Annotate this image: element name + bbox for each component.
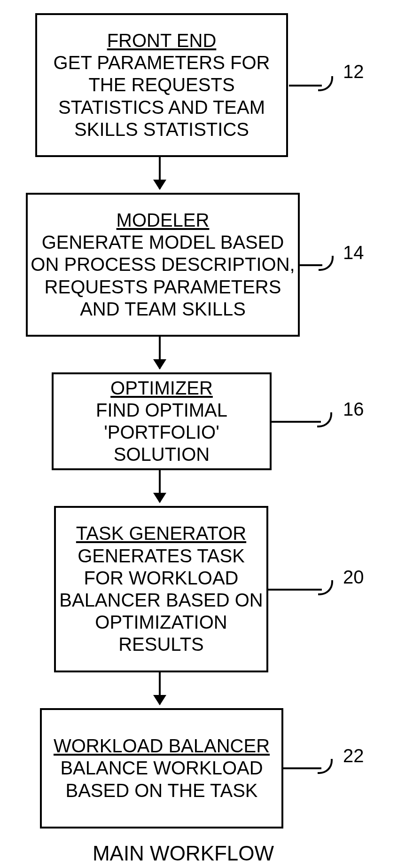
box-modeler: MODELER GENERATE MODEL BASED ON PROCESS … [26, 193, 300, 337]
box-body: GENERATE MODEL BASED ON PROCESS DESCRIPT… [28, 231, 298, 320]
box-front-end: FRONT END GET PARAMETERS FOR THE REQUEST… [35, 13, 288, 157]
leader-line [299, 264, 322, 266]
label-12: 12 [343, 61, 364, 82]
box-optimizer: OPTIMIZER FIND OPTIMAL 'PORTFOLIO' SOLUT… [52, 372, 272, 470]
label-22: 22 [343, 745, 364, 766]
box-body: GET PARAMETERS FOR THE REQUESTS STATISTI… [37, 52, 286, 141]
leader-line [289, 85, 322, 87]
box-heading: WORKLOAD BALANCER [54, 735, 270, 757]
leader-line [272, 421, 321, 423]
box-task-generator: TASK GENERATOR GENERATES TASK FOR WORKLO… [54, 506, 268, 672]
box-body: GENERATES TASK FOR WORKLOAD BALANCER BAS… [56, 545, 266, 656]
arrow [159, 469, 161, 502]
box-heading: TASK GENERATOR [76, 522, 246, 544]
box-workload-balancer: WORKLOAD BALANCER BALANCE WORKLOAD BASED… [40, 708, 283, 829]
workflow-title: MAIN WORKFLOW [42, 842, 324, 865]
label-20: 20 [343, 567, 364, 588]
arrow [159, 336, 161, 369]
box-body: BALANCE WORKLOAD BASED ON THE TASK [42, 757, 281, 801]
leader-line [268, 589, 322, 591]
box-heading: FRONT END [107, 30, 217, 52]
box-heading: MODELER [117, 209, 210, 231]
box-heading: OPTIMIZER [110, 377, 213, 399]
label-16: 16 [343, 399, 364, 420]
arrow [159, 671, 161, 704]
leader-line [283, 767, 321, 769]
flowchart: FRONT END GET PARAMETERS FOR THE REQUEST… [0, 0, 413, 868]
box-body: FIND OPTIMAL 'PORTFOLIO' SOLUTION [54, 399, 270, 466]
arrow [159, 156, 161, 189]
label-14: 14 [343, 242, 364, 263]
